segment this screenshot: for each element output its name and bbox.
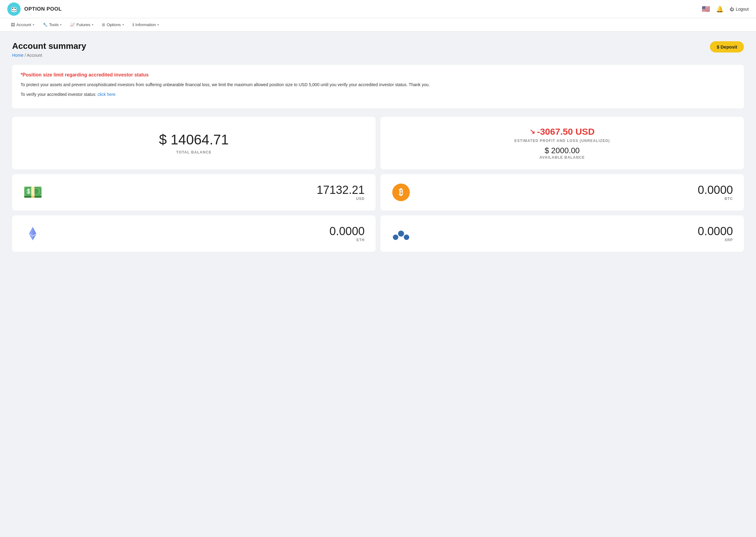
svg-point-4 bbox=[12, 8, 13, 9]
currency-cards-grid: 💵 17132.21 USD ₿ 0.0000 BTC bbox=[12, 174, 744, 252]
nav-item-information[interactable]: ℹ Information ▾ bbox=[129, 18, 163, 31]
alert-body-2: To verify your accredited investor statu… bbox=[20, 91, 736, 98]
btc-circle-icon: ₿ bbox=[392, 184, 410, 201]
svg-point-10 bbox=[398, 230, 404, 237]
power-icon: ⏻ bbox=[730, 7, 734, 12]
usd-card: 💵 17132.21 USD bbox=[12, 174, 376, 211]
tools-nav-icon: 🔧 bbox=[43, 22, 48, 27]
eth-icon bbox=[23, 224, 42, 243]
information-nav-icon: ℹ bbox=[132, 22, 134, 27]
total-balance-label: TOTAL BALANCE bbox=[176, 150, 211, 154]
page-header-left: Account summary Home / Account bbox=[12, 41, 86, 58]
futures-nav-icon: 📈 bbox=[70, 22, 75, 27]
breadcrumb: Home / Account bbox=[12, 53, 86, 58]
svg-point-12 bbox=[404, 234, 409, 240]
alert-title: *Position size limit regarding accredite… bbox=[20, 72, 736, 78]
xrp-code: XRP bbox=[698, 238, 733, 242]
btc-value-block: 0.0000 BTC bbox=[698, 184, 733, 201]
btc-card: ₿ 0.0000 BTC bbox=[380, 174, 744, 211]
btc-amount: 0.0000 bbox=[698, 184, 733, 197]
alert-box: *Position size limit regarding accredite… bbox=[12, 65, 744, 108]
chevron-down-icon: ▾ bbox=[123, 23, 124, 26]
navbar-left: OPTION POOL bbox=[7, 2, 62, 16]
nav-item-account[interactable]: 🖼 Account ▾ bbox=[7, 18, 38, 31]
main-content: Account summary Home / Account $ Deposit… bbox=[0, 31, 756, 267]
alert-body-1: To protect your assets and prevent unsop… bbox=[20, 81, 736, 88]
page-header: Account summary Home / Account $ Deposit bbox=[12, 41, 744, 58]
logo bbox=[7, 2, 20, 16]
nav-item-futures[interactable]: 📈 Futures ▾ bbox=[66, 18, 97, 31]
xrp-amount: 0.0000 bbox=[698, 225, 733, 238]
available-balance-label: AVAILABLE BALANCE bbox=[540, 155, 585, 160]
pnl-label: ESTIMATED PROFIT AND LOSS (UNREALIZED) bbox=[514, 139, 610, 143]
pnl-value: ↘ -3067.50 USD bbox=[530, 127, 594, 137]
xrp-icon bbox=[391, 224, 411, 243]
available-balance-amount: $ 2000.00 bbox=[545, 146, 580, 155]
pnl-card: ↘ -3067.50 USD ESTIMATED PROFIT AND LOSS… bbox=[380, 117, 744, 169]
xrp-value-block: 0.0000 XRP bbox=[698, 225, 733, 242]
xrp-card: 0.0000 XRP bbox=[380, 215, 744, 252]
chevron-down-icon: ▾ bbox=[60, 23, 61, 26]
top-nav: 🖼 Account ▾ 🔧 Tools ▾ 📈 Futures ▾ ⊞ Opti… bbox=[0, 18, 756, 31]
chevron-down-icon: ▾ bbox=[92, 23, 94, 26]
flag-icon[interactable]: 🇺🇸 bbox=[702, 5, 710, 13]
pnl-arrow-icon: ↘ bbox=[530, 128, 535, 136]
chevron-down-icon: ▾ bbox=[157, 23, 159, 26]
eth-code: ETH bbox=[329, 238, 365, 242]
nav-item-tools[interactable]: 🔧 Tools ▾ bbox=[39, 18, 65, 31]
usd-icon: 💵 bbox=[23, 183, 42, 202]
bell-icon[interactable]: 🔔 bbox=[716, 6, 724, 13]
svg-point-11 bbox=[393, 234, 398, 240]
options-nav-icon: ⊞ bbox=[102, 22, 105, 27]
usd-code: USD bbox=[317, 197, 365, 201]
total-balance-amount: $ 14064.71 bbox=[159, 131, 229, 148]
eth-card: 0.0000 ETH bbox=[12, 215, 376, 252]
page-title: Account summary bbox=[12, 41, 86, 51]
total-balance-card: $ 14064.71 TOTAL BALANCE bbox=[12, 117, 376, 169]
btc-icon: ₿ bbox=[391, 183, 411, 202]
svg-marker-7 bbox=[29, 227, 33, 236]
navbar: OPTION POOL 🇺🇸 🔔 ⏻ Logout bbox=[0, 0, 756, 18]
logout-button[interactable]: ⏻ Logout bbox=[730, 7, 749, 12]
nav-item-options[interactable]: ⊞ Options ▾ bbox=[98, 18, 128, 31]
usd-amount: 17132.21 bbox=[317, 184, 365, 197]
balance-cards-grid: $ 14064.71 TOTAL BALANCE ↘ -3067.50 USD … bbox=[12, 117, 744, 169]
click-here-link[interactable]: click here bbox=[97, 92, 116, 97]
eth-amount: 0.0000 bbox=[329, 225, 365, 238]
navbar-right: 🇺🇸 🔔 ⏻ Logout bbox=[702, 5, 749, 13]
brand-name: OPTION POOL bbox=[24, 6, 62, 12]
chevron-down-icon: ▾ bbox=[33, 23, 34, 26]
eth-value-block: 0.0000 ETH bbox=[329, 225, 365, 242]
usd-value-block: 17132.21 USD bbox=[317, 184, 365, 201]
btc-code: BTC bbox=[698, 197, 733, 201]
breadcrumb-home-link[interactable]: Home bbox=[12, 53, 23, 58]
deposit-button[interactable]: $ Deposit bbox=[710, 41, 744, 53]
account-nav-icon: 🖼 bbox=[11, 22, 15, 27]
breadcrumb-current: Account bbox=[27, 53, 42, 58]
svg-point-5 bbox=[15, 8, 16, 9]
